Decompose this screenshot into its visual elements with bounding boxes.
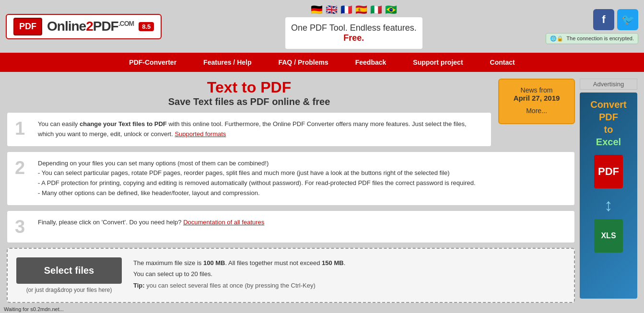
nav-feedback[interactable]: Feedback [342, 53, 400, 72]
flag-es[interactable]: 🇪🇸 [355, 4, 367, 15]
tip-text: Tip: you can select several files at onc… [133, 280, 345, 291]
ad-arrows-icon: ↕ [604, 195, 613, 215]
navbar: PDF-Converter Features / Help FAQ / Prob… [0, 53, 644, 72]
ad-box[interactable]: Convert PDF to Excel PDF ↕ XLS [580, 93, 637, 299]
news-date: April 27, 2019 [508, 94, 565, 102]
tip-label: Tip: [133, 282, 145, 289]
ad-title: Convert PDF to Excel [590, 98, 627, 148]
sidebar-ad: Advertising Convert PDF to Excel PDF ↕ X… [580, 79, 637, 303]
step-2-box: 2 Depending on your files you can set ma… [7, 151, 575, 206]
main-container: News from April 27, 2019 More... Text to… [0, 72, 644, 303]
step-3-box: 3 Finally, please click on 'Convert'. Do… [7, 210, 575, 243]
page-title-block: Text to PDF Save Text files as PDF onlin… [7, 79, 575, 107]
twitter-button[interactable]: 🐦 [617, 9, 638, 30]
step-3-text: Finally, please click on 'Convert'. Do y… [38, 219, 182, 226]
documentation-link[interactable]: Documentation of all features [183, 219, 264, 226]
step-2-number: 2 [15, 159, 32, 177]
step-1-box: 1 You can easily change your Text files … [7, 112, 492, 147]
ad-pdf: PDF [599, 112, 618, 122]
nav-support-project[interactable]: Support project [399, 53, 476, 72]
upload-info: The maximum file size is 100 MB. All fil… [133, 257, 345, 291]
flag-fr[interactable]: 🇫🇷 [340, 4, 352, 15]
ad-to: to [604, 124, 613, 135]
advertising-label: Advertising [580, 79, 637, 90]
news-from-label: News from [508, 86, 565, 94]
step-2-content: Depending on your files you can set many… [38, 159, 476, 198]
nav-pdf-converter[interactable]: PDF-Converter [116, 53, 190, 72]
nav-contact[interactable]: Contact [477, 53, 528, 72]
language-flags[interactable]: 🇩🇪 🇬🇧 🇫🇷 🇪🇸 🇮🇹 🇧🇷 [311, 4, 397, 15]
page-subtitle: Save Text files as PDF online & free [7, 96, 575, 107]
free-label: Free. [291, 33, 417, 43]
step-1-number: 1 [15, 119, 32, 138]
ad-excel: Excel [596, 137, 621, 147]
encryption-box: 🌐🔒 The connection is encrypted. [546, 33, 638, 44]
step-2-main: Depending on your files you can set many… [38, 159, 476, 169]
step-2-sub-3: - Many other options can be defined, lik… [38, 188, 476, 198]
flag-it[interactable]: 🇮🇹 [370, 4, 382, 15]
max-size-label: The maximum file size is [133, 259, 201, 267]
logo-two: 2 [86, 19, 93, 34]
page-title: Text to PDF [7, 79, 575, 96]
content-area: News from April 27, 2019 More... Text to… [7, 79, 575, 303]
header-tagline-box: One PDF Tool. Endless features. Free. [285, 17, 422, 49]
facebook-button[interactable]: f [593, 9, 614, 30]
logo-com: .COM [118, 20, 134, 27]
flag-gb[interactable]: 🇬🇧 [326, 4, 338, 15]
version-badge: 8.5 [139, 22, 154, 31]
step-3-content: Finally, please click on 'Convert'. Do y… [38, 218, 264, 228]
logo-online: Online [47, 19, 86, 34]
nav-features-help[interactable]: Features / Help [190, 53, 265, 72]
step-2-sub-2: - A PDF protection for printing, copying… [38, 178, 476, 188]
upload-size-info: The maximum file size is 100 MB. All fil… [133, 257, 345, 268]
logo-box: PDF Online2PDF.COM 8.5 [6, 14, 162, 39]
step-1-bold: change your Text files to PDF [80, 120, 167, 128]
header: PDF Online2PDF.COM 8.5 🇩🇪 🇬🇧 🇫🇷 🇪🇸 🇮🇹 🇧🇷… [0, 0, 644, 53]
step-1-content: You can easily change your Text files to… [38, 119, 478, 139]
globe-lock-icon: 🌐🔒 [550, 35, 563, 42]
flag-de[interactable]: 🇩🇪 [311, 4, 323, 15]
logo-text: Online2PDF.COM [47, 19, 134, 34]
max-files-info: You can select up to 20 files. [133, 268, 345, 279]
social-icons: f 🐦 [593, 9, 638, 30]
news-box: News from April 27, 2019 More... [498, 79, 575, 124]
nav-faq-problems[interactable]: FAQ / Problems [265, 53, 341, 72]
max-size-value: 100 MB [203, 259, 225, 267]
tagline: One PDF Tool. Endless features. [291, 23, 417, 33]
max-total-label: All files together must not exceed [228, 259, 320, 267]
select-files-wrapper: Select files (or just drag&drop your fil… [16, 257, 122, 293]
encryption-text: The connection is encrypted. [566, 35, 634, 41]
news-more-button[interactable]: More... [508, 105, 565, 116]
supported-formats-link[interactable]: Supported formats [175, 130, 226, 138]
ad-convert: Convert [590, 99, 627, 110]
tip-content: you can select several files at once (by… [146, 282, 316, 289]
step-3-number: 3 [15, 218, 32, 236]
max-total-value: 150 MB [322, 259, 344, 267]
select-files-button[interactable]: Select files [16, 257, 122, 284]
ad-pdf-icon: PDF [594, 155, 623, 188]
header-right: f 🐦 🌐🔒 The connection is encrypted. [546, 9, 638, 44]
flag-br[interactable]: 🇧🇷 [385, 4, 397, 15]
drag-drop-text: (or just drag&drop your files here) [16, 287, 122, 293]
ad-excel-icon: XLS [594, 219, 623, 253]
logo-pdf-icon: PDF [13, 18, 42, 35]
upload-area: Select files (or just drag&drop your fil… [7, 248, 575, 303]
step-2-sub-1: - You can select particular pages, rotat… [38, 168, 476, 178]
logo-pdf-text: PDF [93, 19, 118, 34]
